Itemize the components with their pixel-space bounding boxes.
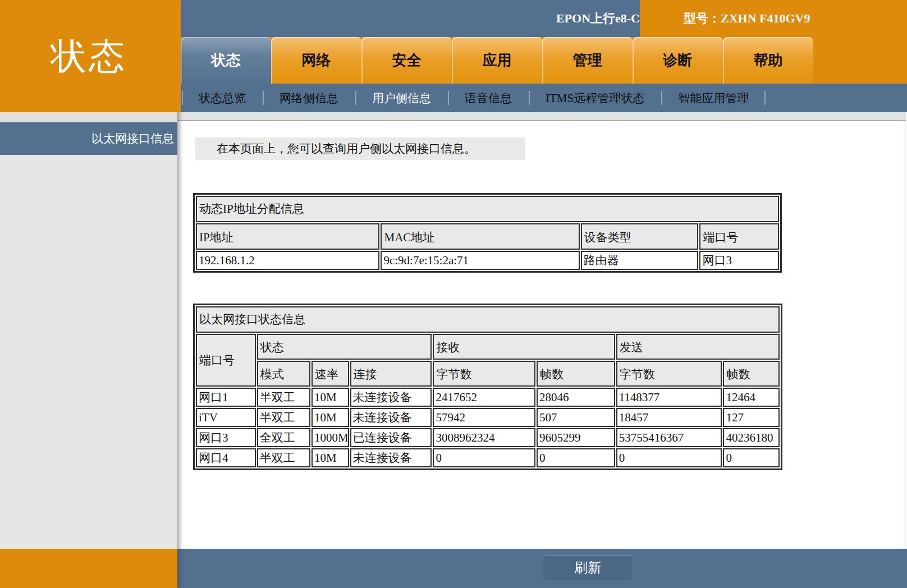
column-subheader: 连接 (350, 361, 432, 387)
column-header: MAC地址 (381, 223, 579, 250)
table-cell: 1148377 (616, 388, 722, 407)
topbar-uplink-section: EPON上行e8-C (177, 0, 640, 37)
table-cell: 40236180 (723, 428, 780, 447)
table-cell: 1000M (312, 428, 349, 447)
table-cell: 10M (312, 388, 349, 407)
column-subheader: 字节数 (616, 361, 722, 387)
sidebar-divider (0, 112, 177, 122)
table-cell: 全双工 (257, 428, 310, 447)
column-group-header: 发送 (616, 334, 780, 360)
intro-text: 在本页面上，您可以查询用户侧以太网接口信息。 (195, 137, 525, 160)
table-cell: 10M (312, 408, 349, 427)
table-cell: 0 (616, 448, 722, 467)
table-cell: 10M (312, 448, 349, 467)
subnav-itms-remote-mgmt-status[interactable]: ITMS远程管理状态 (529, 84, 661, 112)
sub-nav: 状态总览网络侧信息用户侧信息语音信息ITMS远程管理状态智能应用管理 (177, 84, 907, 112)
column-group-header: 接收 (433, 334, 615, 360)
table-header-row: 模式速率连接字节数帧数字节数帧数 (196, 361, 780, 387)
tab-diagnosis[interactable]: 诊断 (633, 37, 723, 84)
table-cell: 0 (723, 448, 780, 467)
table-cell: 未连接设备 (350, 408, 432, 427)
column-header: 设备类型 (581, 223, 699, 250)
tab-status[interactable]: 状态 (181, 37, 271, 84)
subnav-voice-info[interactable]: 语音信息 (448, 84, 529, 112)
sidebar-header: 状态 (0, 0, 177, 112)
tab-help[interactable]: 帮助 (723, 37, 813, 84)
table-cell: 53755416367 (616, 428, 722, 447)
tab-security[interactable]: 安全 (361, 37, 452, 84)
table-cell: 网口3 (196, 428, 256, 447)
table-cell: 57942 (433, 408, 535, 427)
sidebar-body (0, 155, 177, 549)
column-subheader: 字节数 (433, 361, 535, 387)
table-cell: 网口1 (196, 388, 256, 407)
eth-table-title: 以太网接口状态信息 (196, 306, 780, 333)
main-area: EPON上行e8-C 型号：ZXHN F410GV9 状态网络安全应用管理诊断帮… (177, 0, 907, 588)
table-row: iTV半双工10M未连接设备5794250718457127 (196, 408, 780, 427)
table-cell: 0 (433, 448, 535, 467)
tab-application[interactable]: 应用 (452, 37, 542, 84)
table-cell: 9c:9d:7e:15:2a:71 (381, 251, 579, 270)
footer-bar: 刷新 (177, 549, 907, 588)
column-header: IP地址 (196, 223, 379, 250)
left-accent-strip (177, 0, 181, 112)
table-header-row: 端口号状态接收发送 (196, 334, 780, 360)
topbar: EPON上行e8-C 型号：ZXHN F410GV9 (177, 0, 907, 37)
sidebar-item-ethernet-info[interactable]: 以太网接口信息 (0, 122, 177, 155)
table-row: 网口4半双工10M未连接设备0000 (196, 448, 780, 467)
subnav-user-side-info[interactable]: 用户侧信息 (355, 84, 448, 112)
main-nav-tabs: 状态网络安全应用管理诊断帮助 (177, 37, 907, 84)
table-row: 以太网接口状态信息 (196, 306, 780, 333)
column-group-header: 状态 (257, 334, 432, 360)
table-cell: 192.168.1.2 (196, 251, 379, 270)
table-cell: 3008962324 (433, 428, 535, 447)
table-cell: 9605299 (537, 428, 615, 447)
dhcp-table-title: 动态IP地址分配信息 (196, 196, 779, 222)
sidebar: 状态 以太网接口信息 (0, 0, 177, 588)
subnav-smart-app-mgmt[interactable]: 智能应用管理 (661, 84, 766, 112)
table-cell: 未连接设备 (350, 388, 432, 407)
table-cell: 半双工 (257, 448, 310, 467)
page-title: 状态 (51, 32, 127, 81)
tab-network[interactable]: 网络 (271, 37, 361, 84)
table-cell: 网口3 (699, 251, 779, 270)
table-cell: 18457 (616, 408, 722, 427)
column-header-port: 端口号 (196, 334, 256, 387)
content-area: 在本页面上，您可以查询用户侧以太网接口信息。 动态IP地址分配信息IP地址MAC… (177, 121, 905, 549)
table-cell: 127 (723, 408, 780, 427)
column-header: 端口号 (699, 223, 779, 250)
model-label: 型号：ZXHN F410GV9 (684, 10, 810, 27)
column-subheader: 帧数 (723, 361, 780, 387)
table-cell: 半双工 (257, 388, 310, 407)
table-cell: 12464 (723, 388, 780, 407)
table-row: 动态IP地址分配信息 (196, 196, 779, 222)
dhcp-assignment-table: 动态IP地址分配信息IP地址MAC地址设备类型端口号192.168.1.29c:… (193, 193, 782, 273)
table-cell: iTV (196, 408, 256, 427)
sidebar-footer (0, 549, 177, 588)
topbar-model-section: 型号：ZXHN F410GV9 (640, 0, 907, 37)
table-cell: 路由器 (581, 251, 699, 270)
table-row: 192.168.1.29c:9d:7e:15:2a:71路由器网口3 (196, 251, 779, 270)
ethernet-status-table: 以太网接口状态信息端口号状态接收发送模式速率连接字节数帧数字节数帧数网口1半双工… (193, 304, 782, 470)
table-header-row: IP地址MAC地址设备类型端口号 (196, 223, 779, 250)
table-row: 网口1半双工10M未连接设备241765228046114837712464 (196, 388, 780, 407)
table-row: 网口3全双工1000M已连接设备300896232496052995375541… (196, 428, 780, 447)
column-subheader: 速率 (312, 361, 349, 387)
table-cell: 未连接设备 (350, 448, 432, 467)
subnav-status-overview[interactable]: 状态总览 (182, 84, 263, 112)
table-cell: 半双工 (257, 408, 310, 427)
table-cell: 28046 (537, 388, 615, 407)
table-cell: 507 (537, 408, 615, 427)
toolbar-band (177, 112, 906, 121)
column-subheader: 帧数 (537, 361, 615, 387)
column-subheader: 模式 (257, 361, 310, 387)
uplink-label: EPON上行e8-C (556, 10, 640, 27)
table-cell: 已连接设备 (350, 428, 432, 447)
subnav-wan-side-info[interactable]: 网络侧信息 (263, 84, 355, 112)
table-cell: 2417652 (433, 388, 535, 407)
tab-management[interactable]: 管理 (542, 37, 633, 84)
router-admin-page: 状态 以太网接口信息 EPON上行e8-C 型号：ZXHN F410GV9 状态… (0, 0, 907, 588)
refresh-button[interactable]: 刷新 (543, 555, 632, 580)
table-cell: 0 (537, 448, 615, 467)
table-cell: 网口4 (196, 448, 256, 467)
